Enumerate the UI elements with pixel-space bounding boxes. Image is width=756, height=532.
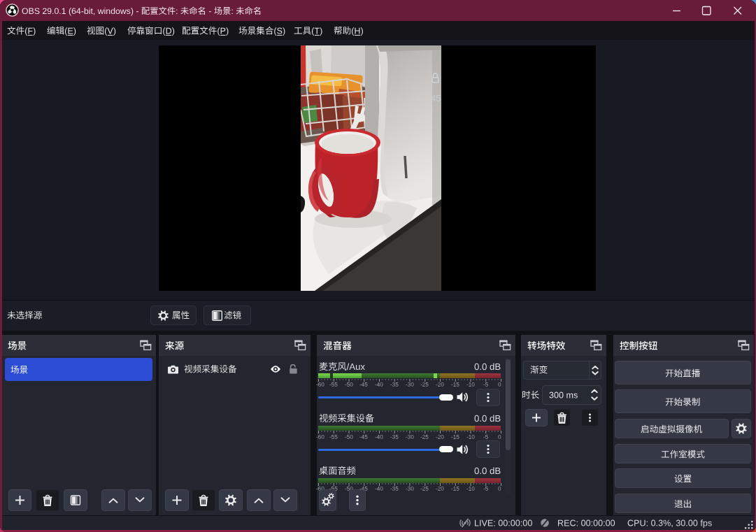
svg-text:45°: 45°: [431, 93, 441, 103]
